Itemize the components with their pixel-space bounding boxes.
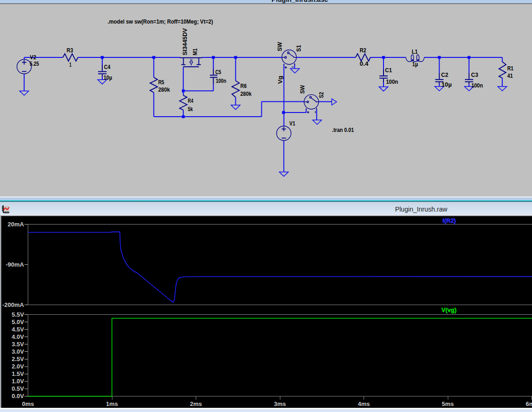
svg-text:SW: SW <box>276 42 283 51</box>
svg-text:100n: 100n <box>471 82 483 89</box>
svg-text:R2: R2 <box>359 47 366 54</box>
svg-text:100n: 100n <box>386 78 398 85</box>
svg-text:C1: C1 <box>385 67 392 74</box>
svg-text:3.5V: 3.5V <box>12 341 24 348</box>
svg-text:R3: R3 <box>67 47 73 54</box>
svg-text:C3: C3 <box>471 71 478 78</box>
svg-text:R5: R5 <box>158 79 164 86</box>
svg-text:R4: R4 <box>188 97 193 104</box>
svg-text:0.5V: 0.5V <box>12 385 24 392</box>
svg-text:Plugin_Inrush.raw: Plugin_Inrush.raw <box>395 205 447 213</box>
svg-text:V1: V1 <box>290 120 296 127</box>
svg-text:R6: R6 <box>241 82 247 89</box>
svg-text:20mA: 20mA <box>8 221 25 228</box>
svg-text:41: 41 <box>507 72 513 79</box>
svg-text:SW: SW <box>299 85 306 94</box>
svg-text:SI3445DV: SI3445DV <box>181 28 188 56</box>
svg-text:5.5V: 5.5V <box>12 311 24 318</box>
svg-text:2.0V: 2.0V <box>12 363 24 370</box>
svg-text:V2: V2 <box>30 54 37 61</box>
svg-text:3.0V: 3.0V <box>12 348 24 355</box>
svg-text:100n: 100n <box>216 77 227 84</box>
svg-text:3ms: 3ms <box>274 400 286 407</box>
svg-text:C4: C4 <box>104 63 111 70</box>
svg-text:I(R2): I(R2) <box>443 217 456 224</box>
svg-text:10µ: 10µ <box>104 74 112 81</box>
svg-text:Plugin_Inrush.asc: Plugin_Inrush.asc <box>272 0 328 3</box>
svg-text:.tran 0.01: .tran 0.01 <box>332 126 354 133</box>
svg-text:-200mA: -200mA <box>2 301 25 308</box>
svg-text:280k: 280k <box>241 90 252 97</box>
svg-text:6ms: 6ms <box>526 400 532 407</box>
svg-text:C5: C5 <box>215 69 221 75</box>
svg-text:10µ: 10µ <box>441 81 452 88</box>
svg-text:0.4: 0.4 <box>359 60 369 67</box>
svg-text:4ms: 4ms <box>358 400 370 407</box>
svg-text:.model sw sw(Ron=1m; Roff=10Me: .model sw sw(Ron=1m; Roff=10Meg; Vt=2) <box>108 18 213 25</box>
svg-text:4.0V: 4.0V <box>12 333 24 340</box>
svg-text:5.25: 5.25 <box>30 60 39 67</box>
svg-text:2ms: 2ms <box>190 400 202 407</box>
svg-text:5k: 5k <box>188 106 193 112</box>
svg-text:0.0V: 0.0V <box>12 393 24 400</box>
svg-text:-90mA: -90mA <box>6 261 24 268</box>
svg-text:1ms: 1ms <box>106 400 118 407</box>
svg-text:M1: M1 <box>192 49 198 56</box>
svg-text:280k: 280k <box>158 86 170 93</box>
svg-text:1.5V: 1.5V <box>12 370 24 377</box>
svg-text:0ms: 0ms <box>22 400 34 407</box>
svg-text:1: 1 <box>69 61 72 68</box>
svg-text:C2: C2 <box>441 71 449 78</box>
svg-text:S2: S2 <box>318 92 325 99</box>
svg-text:1µ: 1µ <box>412 61 418 68</box>
svg-text:L1: L1 <box>412 48 418 55</box>
svg-text:2.5V: 2.5V <box>12 356 24 362</box>
svg-text:V(vg): V(vg) <box>441 306 457 313</box>
svg-text:5ms: 5ms <box>442 400 454 407</box>
svg-text:1.0V: 1.0V <box>12 378 24 385</box>
svg-text:5.0V: 5.0V <box>12 318 24 325</box>
svg-text:4.5V: 4.5V <box>12 326 24 333</box>
svg-text:Vg: Vg <box>277 76 284 84</box>
svg-text:R1: R1 <box>507 65 514 72</box>
svg-text:S1: S1 <box>295 45 302 52</box>
